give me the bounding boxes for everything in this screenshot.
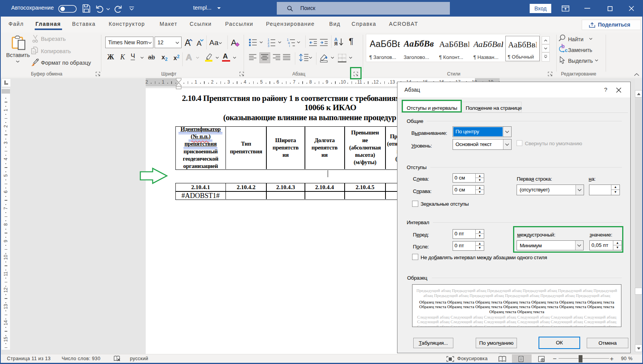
- svg-text:3: 3: [268, 44, 269, 47]
- svg-text:i: i: [289, 44, 290, 47]
